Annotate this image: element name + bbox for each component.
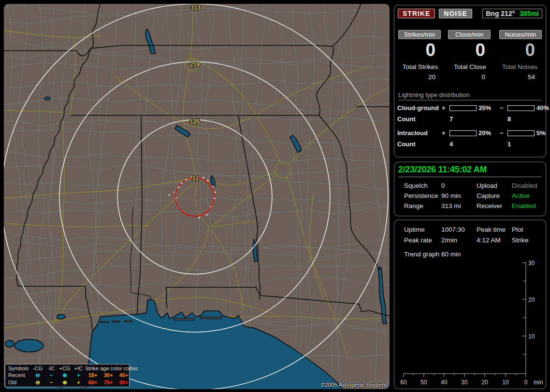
old-pos-ic-icon: + (72, 379, 85, 386)
close-per-min-button[interactable]: Close/min (448, 30, 491, 39)
bearing-readout: Bng 212°385mi (482, 9, 542, 18)
recent-pos-ic-icon: + (72, 372, 85, 379)
cg-positive-bar (449, 105, 477, 111)
range-ring-label: 125 (190, 118, 200, 125)
cg-negative-bar (507, 105, 535, 111)
peak-time-value: 4:12 AM (477, 237, 512, 244)
age-15: 15+ (85, 372, 101, 379)
x-tick-50: 50 (420, 379, 427, 386)
age-60: 60+ (85, 379, 101, 386)
old-neg-cg-icon: ⊖ (30, 379, 45, 386)
x-tick-60: 60 (400, 379, 407, 386)
trend-graph-label: Trend graph (404, 251, 441, 258)
legend-col-neg-ic: -IC (45, 365, 58, 372)
peak-rate-value: 2/min (441, 237, 477, 244)
range-ring-label: 313 (191, 4, 201, 11)
x-tick-10: 10 (502, 379, 509, 386)
map-copyright: ©2005 Astrogenic Systems (321, 382, 388, 388)
ic-negative-count: 1 (507, 140, 536, 148)
noise-button[interactable]: NOISE (439, 9, 472, 18)
capture-label: Capture (477, 192, 512, 199)
capture-status: Active (512, 192, 546, 199)
uptime-value: 1007:30 (441, 226, 477, 233)
noises-per-min-button[interactable]: Noises/min (499, 30, 542, 39)
cg-positive-count: 7 (449, 115, 478, 123)
old-neg-ic-icon: − (45, 379, 58, 386)
ic-positive-pct: 20% (478, 129, 500, 137)
plus-sign: + (442, 104, 449, 112)
legend-old-label: Old (8, 379, 30, 386)
legend-col-pos-cg: +CG (58, 365, 72, 372)
range-value: 313 mi (441, 202, 477, 210)
distribution-title: Lightning type distribution (398, 91, 542, 100)
total-close-label: Total Close (448, 63, 492, 70)
uptime-label: Uptime (404, 226, 441, 233)
legend-col-neg-cg: -CG (30, 365, 45, 372)
x-tick-40: 40 (441, 379, 448, 386)
legend-symbols-header: Symbols (8, 365, 30, 372)
range-label: Range (404, 202, 441, 210)
ic-negative-bar (507, 130, 535, 136)
x-tick-30: 30 (461, 379, 468, 386)
y-tick-10: 10 (528, 333, 535, 340)
strikes-per-min-value: 0 (398, 41, 442, 60)
squelch-label: Squelch (404, 182, 441, 189)
bearing-distance: 385mi (520, 10, 539, 17)
strike-stats-panel: STRIKE NOISE Bng 212°385mi Strikes/min 0… (394, 5, 546, 157)
y-tick-30: 30 (528, 260, 535, 266)
cg-negative-count: 8 (507, 115, 536, 123)
ic-positive-count: 4 (449, 140, 478, 148)
age-30: 30+ (101, 372, 116, 379)
range-ring-label: 31 (192, 175, 199, 182)
peak-rate-label: Peak rate (404, 237, 441, 244)
receiver-status-panel: 2/23/2026 11:45:02 AM Squelch 0 Upload D… (394, 162, 546, 216)
plus-sign: + (442, 129, 449, 137)
recent-pos-cg-icon: ⊕ (58, 372, 72, 379)
trend-graph: 30 20 10 60 50 40 30 20 10 0 min (394, 259, 547, 388)
strikes-per-min-button[interactable]: Strikes/min (398, 30, 441, 39)
plot-value: Strike (512, 237, 546, 244)
range-ring-label: 219 (190, 61, 200, 68)
cg-positive-pct: 35% (478, 104, 500, 112)
persistence-value: 90 min (441, 192, 477, 199)
minus-sign: − (500, 104, 507, 112)
cg-count-label: Count (397, 115, 442, 123)
peak-time-label: Peak time (477, 226, 512, 233)
datetime-display: 2/23/2026 11:45:02 AM (398, 165, 542, 177)
total-strikes-value: 20 (398, 73, 442, 81)
x-tick-0: 0 (524, 379, 528, 386)
total-strikes-label: Total Strikes (398, 63, 442, 70)
bearing-value: Bng 212° (486, 10, 515, 17)
close-per-min-value: 0 (448, 41, 492, 60)
age-75: 75+ (101, 379, 116, 386)
ic-negative-pct: 5% (536, 129, 550, 137)
intracloud-label: Intracloud (397, 129, 442, 137)
receiver-status: Enabled (512, 202, 546, 210)
old-pos-cg-icon: ⊕ (58, 379, 72, 386)
noises-per-min-value: 0 (498, 41, 542, 60)
lightning-map[interactable]: 313 219 125 31 Symbols -CG -IC +CG +IC S… (4, 4, 390, 389)
strike-button[interactable]: STRIKE (398, 9, 435, 18)
total-close-value: 0 (448, 73, 492, 81)
recent-neg-cg-icon: ⊖ (30, 372, 45, 379)
total-noises-label: Total Noises (498, 63, 542, 70)
x-axis-unit: min (534, 379, 543, 386)
age-90: 90+ (116, 379, 131, 386)
persistence-label: Persistence (404, 192, 441, 199)
legend-col-pos-ic: +IC (72, 365, 85, 372)
ic-count-label: Count (397, 140, 442, 148)
age-45: 45+ (116, 372, 131, 379)
legend-age-header: Strike age color codes (85, 365, 131, 372)
cloud-ground-label: Cloud-ground (397, 104, 442, 112)
upload-label: Upload (477, 182, 512, 189)
recent-neg-ic-icon: − (45, 372, 58, 379)
plot-label: Plot (512, 226, 546, 233)
trend-graph-value: 60 min (441, 251, 546, 258)
minus-sign: − (500, 129, 507, 137)
total-noises-value: 54 (498, 73, 542, 81)
cg-negative-pct: 40% (536, 104, 550, 112)
ic-positive-bar (449, 130, 477, 136)
y-tick-20: 20 (528, 296, 535, 303)
x-tick-20: 20 (481, 379, 488, 386)
legend-recent-label: Recent (8, 372, 30, 379)
